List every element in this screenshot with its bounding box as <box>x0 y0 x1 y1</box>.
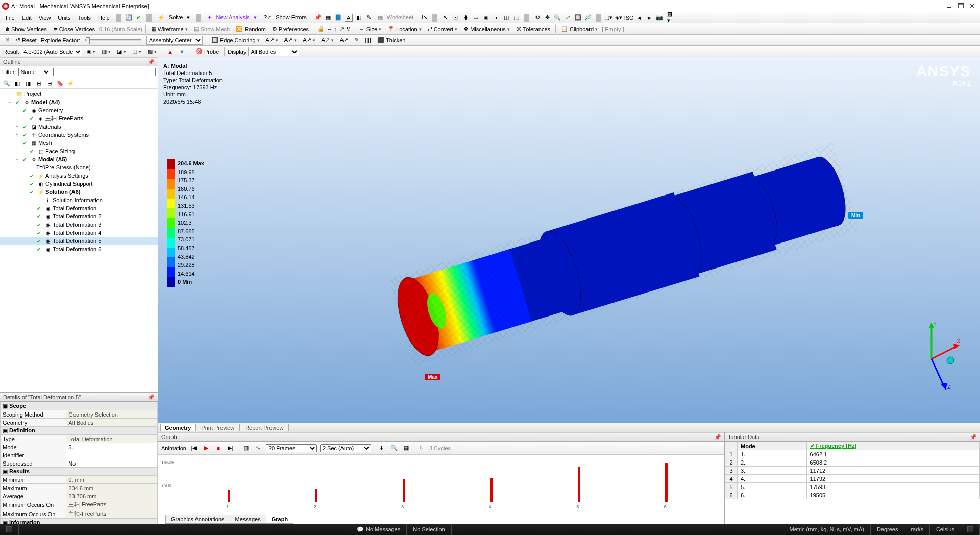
tree-node[interactable]: ✔◐Cylindrical Support <box>0 180 158 188</box>
filter-input[interactable] <box>53 68 156 76</box>
step-back-icon[interactable]: |◀ <box>189 444 199 453</box>
sec-select[interactable]: 2 Sec (Auto) <box>320 444 371 452</box>
status-celsius[interactable]: Celsius <box>930 524 961 535</box>
edge-a2[interactable]: A↗ <box>282 36 299 44</box>
graph-chart[interactable]: 19505 7500. 123456 <box>158 455 724 513</box>
tree-node[interactable]: ✔◉Total Deformation <box>0 204 158 212</box>
tree-node[interactable]: +✔✛Coordinate Systems <box>0 131 158 139</box>
view-next-icon[interactable]: ► <box>645 14 653 22</box>
node-icon[interactable]: ⊡ <box>451 14 459 22</box>
menu-help[interactable]: Help <box>95 14 112 22</box>
status-rads[interactable]: rad/s <box>904 524 929 535</box>
thicken-button[interactable]: ⬛ Thicken <box>375 36 408 44</box>
tree-node[interactable]: ✔◉Total Deformation 2 <box>0 212 158 221</box>
pin-icon[interactable]: 📌 <box>970 434 977 441</box>
tree-node[interactable]: ✔⚡Analysis Settings <box>0 172 158 180</box>
solve-button[interactable]: ⚡ Solve ▾ <box>155 13 193 22</box>
view-cube-icon[interactable]: ▢▾ <box>604 14 612 22</box>
filter-select[interactable]: Name <box>18 68 51 76</box>
grid-icon[interactable]: ▦ <box>324 14 332 22</box>
tree-node[interactable]: -✔⚙Modal (A5) <box>0 155 158 163</box>
wand-icon[interactable]: ✎ <box>365 14 373 22</box>
menu-tools[interactable]: Tools <box>75 14 93 22</box>
rotate-icon[interactable]: ⟲ <box>533 14 541 22</box>
iso-icon[interactable]: ISO <box>625 14 633 22</box>
iso-surf-icon[interactable]: ◪ <box>115 47 128 55</box>
location-button[interactable]: 📍 Location <box>385 25 424 33</box>
explode-icon[interactable]: ⤧ <box>3 36 12 44</box>
filter-btn-7[interactable]: ⚡ <box>66 79 76 87</box>
tab-gfx-ann[interactable]: Graphics Annotations <box>165 515 230 524</box>
random-button[interactable]: 🔀 Random <box>234 25 268 33</box>
explode-slider[interactable] <box>85 39 141 41</box>
show-mesh-button[interactable]: ▤ Show Mesh <box>192 25 232 33</box>
tree-node[interactable]: -✔▦Mesh <box>0 139 158 147</box>
contour-icon[interactable]: ▣ <box>84 47 97 55</box>
close-icon[interactable]: ✕ <box>969 2 975 10</box>
frames-select[interactable]: 20 Frames <box>266 444 317 452</box>
vertex-icon[interactable]: • <box>492 14 500 22</box>
reset-button[interactable]: ↺ Reset <box>14 36 39 44</box>
details-table[interactable]: ScopeScoping MethodGeometry SelectionGeo… <box>0 402 158 524</box>
menu-edit[interactable]: Edit <box>19 14 34 22</box>
axis-x-icon[interactable]: ↔ <box>327 26 332 32</box>
bodies-select[interactable]: All Bodies <box>248 47 299 56</box>
tree-node[interactable]: ✔◉Total Deformation 3 <box>0 221 158 229</box>
axis-z-icon[interactable]: ↗ <box>339 26 344 32</box>
assembly-center-select[interactable]: Assembly Center <box>146 36 203 45</box>
wave-icon[interactable]: ∿ <box>254 444 263 453</box>
face-icon[interactable]: ▭ <box>472 14 480 22</box>
edge-coloring-button[interactable]: 🔲 Edge Coloring <box>209 36 262 44</box>
cursor-icon[interactable]: ↖ <box>441 14 449 22</box>
viewport-3d[interactable]: A: Modal Total Deformation 5 Type: Total… <box>158 57 980 423</box>
tab-report-preview[interactable]: Report Preview <box>239 424 289 431</box>
tab-geometry[interactable]: Geometry <box>160 424 195 431</box>
step-fwd-icon[interactable]: ▶| <box>226 444 235 453</box>
tab-print-preview[interactable]: Print Preview <box>195 424 240 431</box>
loop-icon[interactable]: ↻ <box>417 444 426 453</box>
max-icon[interactable]: ▲ <box>165 48 175 55</box>
probe-button[interactable]: 🎯 Probe <box>193 47 221 55</box>
worksheet-button[interactable]: ▦ Worksheet <box>375 13 419 22</box>
outline-tree[interactable]: -📁Project-✔⚙Model (A4)+✔◉Geometry✔◈主轴-Fr… <box>0 89 158 392</box>
tolerances-button[interactable]: ⦿ Tolerances <box>514 26 552 33</box>
minimize-icon[interactable]: 🗕 <box>946 2 952 10</box>
edge-a3[interactable]: A↗ <box>301 36 317 44</box>
edge-icon[interactable]: ⧫ <box>461 14 470 22</box>
maximize-icon[interactable]: 🗖 <box>958 2 964 10</box>
pin-icon[interactable]: 📌 <box>148 59 155 65</box>
capped-icon[interactable]: ◫ <box>130 47 143 55</box>
element-icon[interactable]: ◫ <box>502 14 510 22</box>
tree-node[interactable]: ✔◈主轴-FreeParts <box>0 114 158 123</box>
close-vertices-button[interactable]: ⋕ Close Vertices <box>51 25 97 33</box>
camera-icon[interactable]: 📷 <box>655 14 664 22</box>
grid-graph-icon[interactable]: ▦ <box>402 444 411 453</box>
filter-btn-5[interactable]: ⊟ <box>45 79 54 87</box>
pen-icon[interactable]: ✎ <box>352 36 361 44</box>
menu-units[interactable]: Units <box>55 14 73 22</box>
new-analysis-button[interactable]: ✦ New Analysis ▾ <box>205 13 259 22</box>
triad-icon[interactable]: Y X Z <box>903 321 960 392</box>
status-degrees[interactable]: Degrees <box>871 524 905 535</box>
tree-node[interactable]: +✔◪Materials <box>0 123 158 131</box>
tree-node[interactable]: ✔◫Face Sizing <box>0 147 158 155</box>
menu-view[interactable]: View <box>36 14 54 22</box>
band-icon[interactable]: ▥ <box>100 47 113 55</box>
view-prev-icon[interactable]: ◄ <box>635 14 643 22</box>
pan-icon[interactable]: ✥ <box>543 14 551 22</box>
check-icon[interactable]: ✔ <box>135 14 143 22</box>
tree-node[interactable]: ✔◉Total Deformation 6 <box>0 245 158 253</box>
pin-icon[interactable]: 📌 <box>148 394 155 401</box>
edge-a5[interactable]: A↗ <box>338 36 350 44</box>
zoom-box-icon[interactable]: 🔲 <box>574 14 582 22</box>
status-box-1[interactable] <box>6 526 12 532</box>
tree-node[interactable]: -✔⚡Solution (A6) <box>0 188 158 196</box>
magnify-icon[interactable]: 🔎 <box>584 14 592 22</box>
clipboard-button[interactable]: 📋 Clipboard <box>559 25 600 33</box>
tree-node[interactable]: T=0Pre-Stress (None) <box>0 163 158 172</box>
tree-node[interactable]: ✔◉Total Deformation 5 <box>0 237 158 245</box>
zoom-graph-icon[interactable]: 🔍 <box>389 444 399 453</box>
lock-icon[interactable]: 🔒 <box>317 26 325 32</box>
tree-node[interactable]: -✔⚙Model (A4) <box>0 98 158 106</box>
axis-free-icon[interactable]: ↯ <box>346 26 351 32</box>
